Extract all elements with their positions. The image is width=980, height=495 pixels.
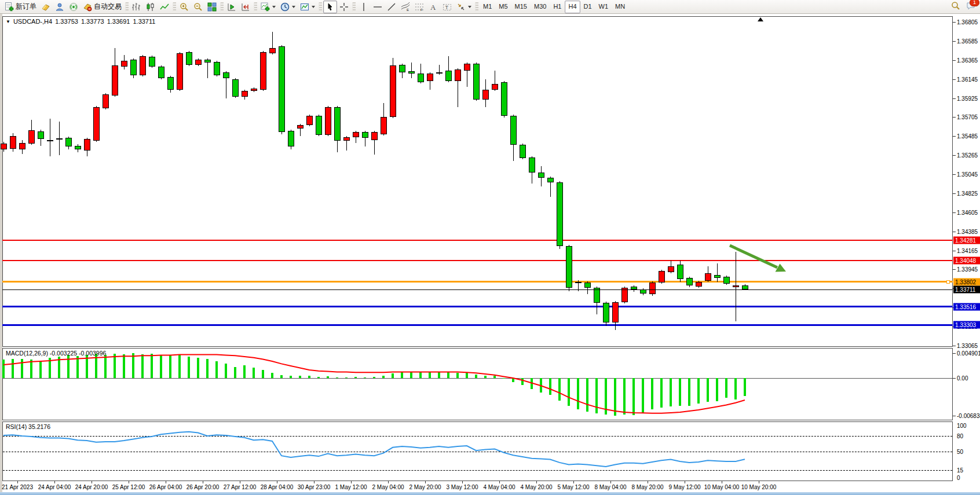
chart-shift-marker[interactable] bbox=[758, 17, 763, 21]
rsi-label: RSI(14) 35.2176 bbox=[6, 423, 50, 430]
bar-open-value: 1.33753 bbox=[55, 18, 78, 25]
price-badge-1.33802: 1.33802 bbox=[953, 278, 980, 285]
chart-title: ▼ USDCAD-,H4 1.33753 1.33773 1.33691 1.3… bbox=[6, 18, 155, 25]
price-badge-1.33303: 1.33303 bbox=[953, 321, 980, 329]
macd-label: MACD(12,26,9) -0.003225 -0.003996 bbox=[6, 350, 106, 357]
bar-close-value: 1.33711 bbox=[133, 18, 155, 25]
price-badge-1.34048: 1.34048 bbox=[953, 257, 980, 265]
mt4-window: 新订单自动交易EFATM1M5M15M30H1H4D1W1MN1 ▼ USDCA… bbox=[0, 0, 980, 495]
bar-high-value: 1.33773 bbox=[81, 18, 104, 25]
bar-low-value: 1.33691 bbox=[107, 18, 130, 25]
price-badge-1.33711: 1.33711 bbox=[953, 286, 980, 294]
chart-symbol-period: USDCAD-,H4 bbox=[13, 18, 52, 25]
price-badge-1.34281: 1.34281 bbox=[953, 237, 980, 244]
chart-expander-icon[interactable]: ▼ bbox=[6, 19, 10, 24]
down-arrow-annotation[interactable] bbox=[0, 0, 980, 495]
price-badge-1.33516: 1.33516 bbox=[953, 303, 980, 310]
